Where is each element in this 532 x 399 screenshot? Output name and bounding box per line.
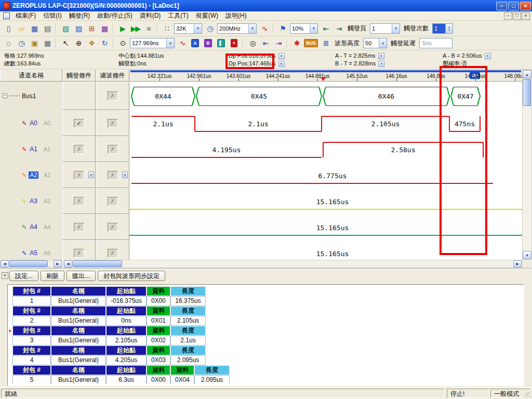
scroll-right-icon[interactable]: ▶ [513,260,522,268]
stop-icon[interactable]: ■ [142,23,154,34]
trigger-condition-box[interactable]: ✗ [74,249,84,258]
trigger-condition-cell-a4[interactable]: ✗ [62,214,96,240]
goto-b-bar-icon[interactable]: ⇥ [272,37,284,49]
packet-value-start[interactable]: 4.205us [106,355,147,365]
trigger-condition-box[interactable]: ✗ [74,197,84,206]
trigger-condition-box[interactable]: ✗ [74,171,84,180]
packet-5[interactable]: 封包 #名稱起始點資料資料長度5Bus1(General)6.3us0X000X… [12,365,230,384]
dp-pos-a-dropdown[interactable]: ▼ [278,53,285,59]
b-minus-t-dropdown[interactable]: ▼ [378,61,384,67]
trigger-flag-icon[interactable]: ⚑ [276,23,288,34]
packet-value-name[interactable]: Bus1(General) [51,296,106,306]
packet-value-data[interactable]: 0X01 [147,316,170,326]
refresh-icon[interactable]: ↻ [98,37,110,49]
channel-row-bus1[interactable]: −Bus1 [0,82,62,110]
repeat-run-icon[interactable]: ▶▶ [129,23,141,34]
trigger-page-combo-arrow[interactable]: ▼ [392,24,400,33]
waveform-mode-icon[interactable]: ∿ [176,37,188,49]
channel-setup-icon[interactable]: ▨ [72,23,84,34]
trigger-condition-cell-bus1[interactable] [62,82,96,110]
filter-condition-box[interactable]: ✗ [108,223,118,232]
stack-view-icon[interactable]: ≣ [320,37,331,49]
pan-hand-icon[interactable]: ❖ [85,37,97,49]
packet-value-start[interactable]: 6.3us [106,375,147,384]
clock-icon[interactable]: ◷ [15,37,27,49]
grid-icon[interactable]: ▦ [41,37,53,49]
close-button[interactable]: × [520,2,531,10]
menu-signal[interactable]: 信號(I) [39,11,65,21]
zoom-tool-icon[interactable]: ⊕ [72,37,84,49]
zoom-range-icon[interactable]: ⊙ [116,37,128,49]
a-bar-icon[interactable]: A [189,37,201,49]
packet-value-data[interactable]: 0X00 [147,296,170,306]
trigger-setup-icon[interactable]: ✱ [290,37,302,49]
filter-condition-cell-a0[interactable]: ✗ [96,110,129,136]
packet-value-name[interactable]: Bus1(General) [51,336,106,345]
open-file-icon[interactable]: ▱ [15,23,27,34]
packet-value-len[interactable]: 2.095us [170,355,206,365]
packet-value-len[interactable]: 2.095us [194,375,230,384]
sample-depth-combo-arrow[interactable]: ▼ [194,24,202,33]
sample-depth-icon[interactable]: ∷ [161,23,172,34]
pen-icon[interactable]: ✎ [22,121,26,126]
trigger-condition-cell-a5[interactable]: ✗ [62,240,96,260]
channel-row-a5[interactable]: ✎A5A5 [0,240,62,260]
settings-button[interactable]: 設定... [9,271,38,281]
sample-frequency-combo-arrow[interactable]: ▼ [248,24,256,33]
channel-row-a0[interactable]: ✎A0A0 [0,110,62,136]
channel-row-a2[interactable]: ✎A2A2 [0,162,62,188]
channel-name[interactable]: A4 [29,223,38,231]
menu-window[interactable]: 視窗(W) [192,11,222,21]
scroll-left-icon[interactable]: ◀ [64,260,72,268]
scroll-left-icon[interactable]: ◀ [1,260,9,268]
pointer-icon[interactable]: ↖ [59,37,71,49]
packet-value-id[interactable]: 2 [12,316,51,326]
filter-condition-box[interactable]: ✗ [108,249,118,258]
minimize-button[interactable]: – [496,2,507,10]
trigger-condition-box[interactable]: ✓ [74,119,84,128]
scroll-track[interactable] [72,260,513,268]
print-icon[interactable]: ▤ [41,23,53,34]
trigger-condition-box[interactable]: ✗ [74,223,84,232]
trigger-condition-dropdown-icon[interactable]: ▼ [88,171,94,178]
packet-value-name[interactable]: Bus1(General) [51,316,106,326]
filter-condition-cell-a3[interactable]: ✗ [96,188,129,214]
channel-name[interactable]: A5 [29,249,38,257]
trigger-condition-cell-a1[interactable]: ✗ [62,136,96,162]
channel-name[interactable]: A3 [29,197,38,205]
new-file-icon[interactable]: ▯ [2,23,14,34]
collapse-icon[interactable]: − [3,94,7,98]
filter-condition-box[interactable]: ✗ [108,91,118,100]
channel-name[interactable]: A0 [29,119,38,127]
packet-value-start[interactable]: 2.105us [106,336,147,345]
packet-value-data[interactable]: 0X02 [147,336,170,345]
sample-clock-icon[interactable]: ◷ [204,23,216,34]
channel-name[interactable]: A1 [29,145,38,153]
channel-row-a1[interactable]: ✎A1A1 [0,136,62,162]
bus-property-icon[interactable]: ▧ [59,23,71,34]
channel-name[interactable]: A2 [29,171,38,179]
doc-minimize-button[interactable]: – [504,12,512,20]
wave-height-combo[interactable]: 50▼ [363,38,387,48]
run-icon[interactable]: ▶ [116,23,128,34]
group-channels-icon[interactable]: ⊞ [85,23,97,34]
menu-trigger[interactable]: 觸發(R) [65,11,94,21]
trigger-page-combo[interactable]: 1▼ [370,23,400,34]
filter-condition-cell-a4[interactable]: ✗ [96,214,129,240]
menu-help[interactable]: 說明(H) [222,11,250,21]
packet-2[interactable]: 封包 #名稱起始點資料長度2Bus1(General)0ns0X012.105u… [12,306,206,326]
packet-1[interactable]: 封包 #名稱起始點資料長度1Bus1(General)-016.375us0X0… [12,286,206,306]
close-panel-button[interactable]: × [2,272,8,279]
packet-value-start[interactable]: -016.375us [106,296,147,306]
trigger-condition-cell-a3[interactable]: ✗ [62,188,96,214]
filter-condition-box[interactable]: ✗ [108,171,118,180]
waveform-hscrollbar[interactable]: ◀ ▶ [63,260,522,268]
packet-value-len[interactable]: 2.1us [170,336,206,345]
glitch-filter-icon[interactable]: ∿ [258,23,270,34]
scroll-track[interactable] [9,260,54,268]
menu-tools[interactable]: 工具(T) [164,11,192,21]
packet-value-start[interactable]: 0ns [106,316,147,326]
packet-3[interactable]: 封包 #名稱起始點資料長度3Bus1(General)2.105us0X022.… [12,326,206,345]
pen-icon[interactable]: ✎ [22,224,26,230]
packet-value-id[interactable]: 1 [12,296,51,306]
